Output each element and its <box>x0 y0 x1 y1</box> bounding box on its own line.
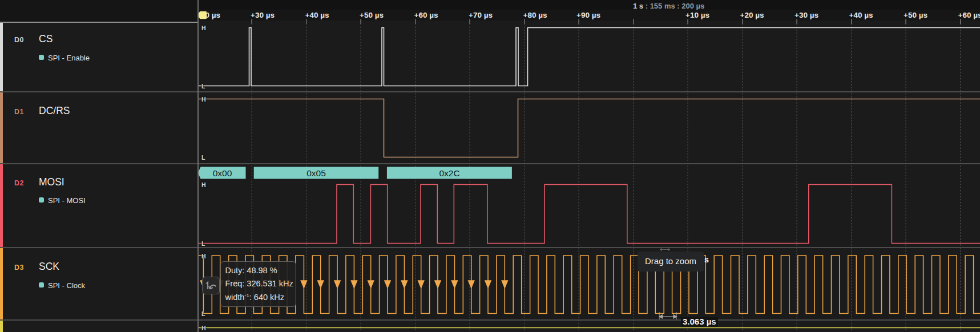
svg-text:0x05: 0x05 <box>306 168 326 178</box>
svg-text:0x00: 0x00 <box>213 168 232 178</box>
svg-text:0x2C: 0x2C <box>439 168 459 178</box>
